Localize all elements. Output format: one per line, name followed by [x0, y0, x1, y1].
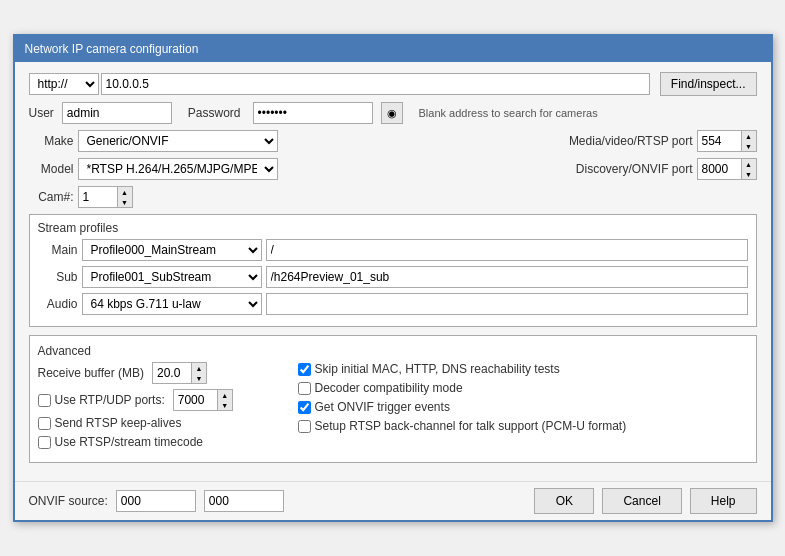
skip-mac-label[interactable]: Skip initial MAC, HTTP, DNS reachability…: [315, 362, 560, 376]
rtsp-keepalives-checkbox[interactable]: [38, 417, 51, 430]
audio-label: Audio: [38, 297, 78, 311]
onvif-source-label: ONVIF source:: [29, 494, 108, 508]
receive-buffer-up-button[interactable]: ▲: [192, 363, 206, 373]
rtsp-timecode-checkbox[interactable]: [38, 436, 51, 449]
get-onvif-checkbox[interactable]: [298, 401, 311, 414]
rtsp-keepalives-label[interactable]: Send RTSP keep-alives: [55, 416, 182, 430]
user-password-row: User Password ◉ Blank address to search …: [29, 102, 757, 124]
audio-stream-path[interactable]: [266, 293, 748, 315]
rtp-udp-row: Use RTP/UDP ports: ▲ ▼: [38, 389, 278, 411]
receive-buffer-down-button[interactable]: ▼: [192, 373, 206, 383]
get-onvif-label[interactable]: Get ONVIF trigger events: [315, 400, 450, 414]
media-port-label: Media/video/RTSP port: [569, 134, 693, 148]
receive-buffer-label: Receive buffer (MB): [38, 366, 144, 380]
sub-stream-select[interactable]: Profile001_SubStream: [82, 266, 262, 288]
stream-profiles-title: Stream profiles: [38, 221, 748, 235]
make-port-row: Make Generic/ONVIF Media/video/RTSP port…: [29, 130, 757, 152]
discovery-port-input[interactable]: [697, 158, 742, 180]
find-inspect-button[interactable]: Find/inspect...: [660, 72, 757, 96]
discovery-port-up-button[interactable]: ▲: [742, 159, 756, 169]
password-input[interactable]: [253, 102, 373, 124]
rtsp-timecode-label[interactable]: Use RTSP/stream timecode: [55, 435, 204, 449]
model-discovery-row: Model *RTSP H.264/H.265/MJPG/MPEG4 Disco…: [29, 158, 757, 180]
rtp-udp-port-input[interactable]: [173, 389, 218, 411]
stream-profiles-section: Stream profiles Main Profile000_MainStre…: [29, 214, 757, 327]
rtp-port-up-button[interactable]: ▲: [218, 390, 232, 400]
blank-address-hint: Blank address to search for cameras: [419, 107, 598, 119]
user-input[interactable]: [62, 102, 172, 124]
title-bar: Network IP camera configuration: [15, 36, 771, 62]
sub-stream-row: Sub Profile001_SubStream: [38, 266, 748, 288]
media-port-down-button[interactable]: ▼: [742, 141, 756, 151]
media-port-up-button[interactable]: ▲: [742, 131, 756, 141]
main-stream-row: Main Profile000_MainStream: [38, 239, 748, 261]
decoder-compat-checkbox[interactable]: [298, 382, 311, 395]
dialog: Network IP camera configuration http:// …: [13, 34, 773, 522]
url-row: http:// https:// rtsp:// Find/inspect...: [29, 72, 757, 96]
make-select[interactable]: Generic/ONVIF: [78, 130, 278, 152]
rtp-port-down-button[interactable]: ▼: [218, 400, 232, 410]
rtsp-keepalives-row: Send RTSP keep-alives: [38, 416, 278, 430]
setup-rtsp-label[interactable]: Setup RTSP back-channel for talk support…: [315, 419, 627, 433]
receive-buffer-input[interactable]: [152, 362, 192, 384]
help-button[interactable]: Help: [690, 488, 757, 514]
rtsp-timecode-row: Use RTSP/stream timecode: [38, 435, 278, 449]
main-stream-path[interactable]: [266, 239, 748, 261]
model-label: Model: [29, 162, 74, 176]
main-stream-select[interactable]: Profile000_MainStream: [82, 239, 262, 261]
onvif-value1-input[interactable]: [116, 490, 196, 512]
protocol-select[interactable]: http:// https:// rtsp://: [29, 73, 99, 95]
make-label: Make: [29, 134, 74, 148]
bottom-bar: ONVIF source: OK Cancel Help: [15, 481, 771, 520]
cam-down-button[interactable]: ▼: [118, 197, 132, 207]
user-label: User: [29, 106, 54, 120]
discovery-port-down-button[interactable]: ▼: [742, 169, 756, 179]
password-label: Password: [188, 106, 241, 120]
model-select[interactable]: *RTSP H.264/H.265/MJPG/MPEG4: [78, 158, 278, 180]
show-password-button[interactable]: ◉: [381, 102, 403, 124]
receive-buffer-row: Receive buffer (MB) ▲ ▼: [38, 362, 278, 384]
advanced-title: Advanced: [38, 344, 748, 358]
cam-up-button[interactable]: ▲: [118, 187, 132, 197]
media-port-input[interactable]: [697, 130, 742, 152]
audio-stream-select[interactable]: 64 kbps G.711 u-law: [82, 293, 262, 315]
url-input[interactable]: [101, 73, 650, 95]
audio-stream-row: Audio 64 kbps G.711 u-law: [38, 293, 748, 315]
get-onvif-row: Get ONVIF trigger events: [298, 400, 748, 414]
sub-stream-path[interactable]: [266, 266, 748, 288]
cam-row: Cam#: ▲ ▼: [29, 186, 757, 208]
decoder-compat-row: Decoder compatibility mode: [298, 381, 748, 395]
main-label: Main: [38, 243, 78, 257]
decoder-compat-label[interactable]: Decoder compatibility mode: [315, 381, 463, 395]
dialog-title: Network IP camera configuration: [25, 42, 199, 56]
cam-label: Cam#:: [29, 190, 74, 204]
setup-rtsp-checkbox[interactable]: [298, 420, 311, 433]
advanced-section: Advanced Receive buffer (MB) ▲ ▼: [29, 335, 757, 463]
setup-rtsp-row: Setup RTSP back-channel for talk support…: [298, 419, 748, 433]
skip-mac-row: Skip initial MAC, HTTP, DNS reachability…: [298, 362, 748, 376]
rtp-udp-label[interactable]: Use RTP/UDP ports:: [55, 393, 165, 407]
ok-button[interactable]: OK: [534, 488, 594, 514]
rtp-udp-checkbox[interactable]: [38, 394, 51, 407]
cancel-button[interactable]: Cancel: [602, 488, 681, 514]
skip-mac-checkbox[interactable]: [298, 363, 311, 376]
discovery-port-label: Discovery/ONVIF port: [576, 162, 693, 176]
cam-input[interactable]: [78, 186, 118, 208]
onvif-value2-input[interactable]: [204, 490, 284, 512]
sub-label: Sub: [38, 270, 78, 284]
